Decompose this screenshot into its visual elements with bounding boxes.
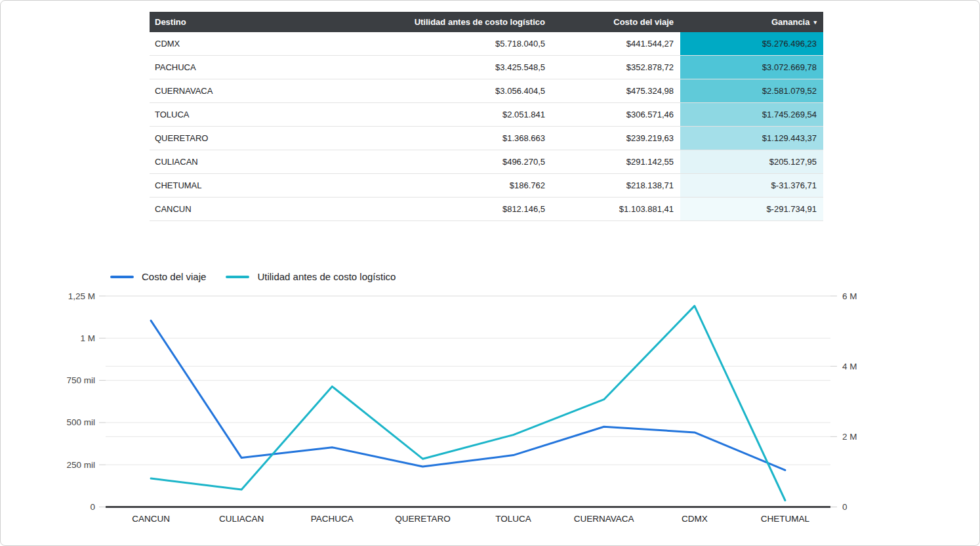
right-axis-label: 2 M [842, 432, 857, 442]
chart-legend: Costo del viaje Utilidad antes de costo … [110, 271, 396, 282]
x-axis-category-label: TOLUCA [495, 514, 531, 524]
cell-utilidad[interactable]: $812.146,5 [366, 198, 552, 221]
legend-swatch-utilidad [226, 276, 249, 278]
table-row[interactable]: CUERNAVACA$3.056.404,5$475.324,98$2.581.… [150, 79, 823, 103]
cell-destino[interactable]: PACHUCA [150, 56, 366, 79]
cell-ganancia[interactable]: $5.276.496,23 [680, 32, 823, 56]
cell-ganancia[interactable]: $205.127,95 [680, 150, 823, 174]
cell-costo[interactable]: $218.138,71 [552, 174, 680, 198]
cell-utilidad[interactable]: $496.270,5 [366, 150, 552, 174]
left-axis-label: 250 mil [66, 460, 95, 470]
table-row[interactable]: CANCUN$812.146,5$1.103.881,41$-291.734,9… [150, 198, 823, 221]
cell-ganancia[interactable]: $-291.734,91 [680, 198, 823, 221]
cell-destino[interactable]: CUERNAVACA [150, 79, 366, 103]
cell-utilidad[interactable]: $2.051.841 [366, 103, 552, 127]
cell-destino[interactable]: TOLUCA [150, 103, 366, 127]
legend-label-utilidad: Utilidad antes de costo logístico [257, 271, 396, 282]
left-axis-label: 750 mil [66, 375, 95, 385]
legend-item-utilidad[interactable]: Utilidad antes de costo logístico [226, 271, 396, 282]
table-header-row: Destino Utilidad antes de costo logístic… [150, 12, 823, 32]
right-axis-label: 6 M [842, 291, 857, 301]
cell-costo[interactable]: $291.142,55 [552, 150, 680, 174]
cell-ganancia[interactable]: $3.072.669,78 [680, 56, 823, 79]
table-row[interactable]: CDMX$5.718.040,5$441.544,27$5.276.496,23 [150, 32, 823, 56]
table-row[interactable]: CULIACAN$496.270,5$291.142,55$205.127,95 [150, 150, 823, 174]
series-line-0[interactable] [151, 321, 785, 471]
table-row[interactable]: PACHUCA$3.425.548,5$352.878,72$3.072.669… [150, 56, 823, 79]
series-line-1[interactable] [151, 306, 785, 500]
column-header-costo[interactable]: Costo del viaje [552, 12, 680, 32]
cell-utilidad[interactable]: $1.368.663 [366, 127, 552, 150]
cell-ganancia[interactable]: $2.581.079,52 [680, 79, 823, 103]
cell-destino[interactable]: QUERETARO [150, 127, 366, 150]
sort-descending-icon: ▾ [813, 12, 817, 32]
table-row[interactable]: TOLUCA$2.051.841$306.571,46$1.745.269,54 [150, 103, 823, 127]
left-axis-label: 0 [90, 502, 95, 512]
right-axis-label: 4 M [842, 362, 857, 371]
column-header-destino[interactable]: Destino [150, 12, 366, 32]
x-axis-category-label: CHETUMAL [761, 514, 810, 524]
cell-ganancia[interactable]: $-31.376,71 [680, 174, 823, 198]
legend-label-costo: Costo del viaje [142, 271, 206, 282]
cell-costo[interactable]: $1.103.881,41 [552, 198, 680, 221]
x-axis-category-label: PACHUCA [311, 514, 354, 524]
cell-costo[interactable]: $441.544,27 [552, 32, 680, 56]
cell-destino[interactable]: CANCUN [150, 198, 366, 221]
x-axis-category-label: CUERNAVACA [574, 514, 634, 524]
x-axis-category-label: CULIACAN [219, 514, 264, 524]
cell-utilidad[interactable]: $3.425.548,5 [366, 56, 552, 79]
report-canvas: Destino Utilidad antes de costo logístic… [0, 0, 980, 546]
cell-destino[interactable]: CDMX [150, 32, 366, 56]
cell-ganancia[interactable]: $1.129.443,37 [680, 127, 823, 150]
cell-destino[interactable]: CULIACAN [150, 150, 366, 174]
cell-costo[interactable]: $239.219,63 [552, 127, 680, 150]
column-header-ganancia[interactable]: Ganancia▾ [680, 12, 823, 32]
cell-costo[interactable]: $475.324,98 [552, 79, 680, 103]
left-axis-label: 1 M [80, 333, 95, 343]
cell-costo[interactable]: $306.571,46 [552, 103, 680, 127]
legend-item-costo[interactable]: Costo del viaje [110, 271, 206, 282]
left-axis-label: 1,25 M [68, 291, 95, 301]
cell-utilidad[interactable]: $186.762 [366, 174, 552, 198]
column-header-utilidad[interactable]: Utilidad antes de costo logístico [366, 12, 552, 32]
left-axis-label: 500 mil [66, 417, 95, 427]
legend-swatch-costo [110, 276, 134, 278]
table-row[interactable]: CHETUMAL$186.762$218.138,71$-31.376,71 [150, 174, 823, 198]
x-axis-category-label: QUERETARO [395, 514, 451, 524]
x-axis-category-label: CANCUN [132, 514, 170, 524]
cell-ganancia[interactable]: $1.745.269,54 [680, 103, 823, 127]
table-body: CDMX$5.718.040,5$441.544,27$5.276.496,23… [150, 32, 823, 221]
destinations-table: Destino Utilidad antes de costo logístic… [150, 12, 823, 221]
cell-costo[interactable]: $352.878,72 [552, 56, 680, 79]
cell-utilidad[interactable]: $5.718.040,5 [366, 32, 552, 56]
table-row[interactable]: QUERETARO$1.368.663$239.219,63$1.129.443… [150, 127, 823, 150]
right-axis-label: 0 [842, 502, 847, 512]
x-axis-category-label: CDMX [682, 514, 708, 524]
column-header-ganancia-label: Ganancia [771, 17, 810, 27]
cell-destino[interactable]: CHETUMAL [150, 174, 366, 198]
cell-utilidad[interactable]: $3.056.404,5 [366, 79, 552, 103]
